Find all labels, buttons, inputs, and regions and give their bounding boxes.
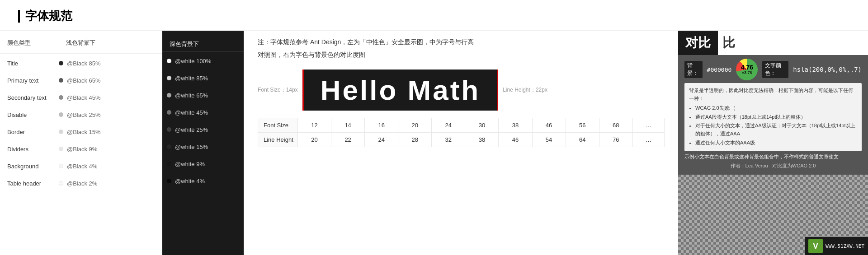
font-preview-area: Font Size：14px Hello Math Line Height：22… (258, 70, 665, 111)
table-row: Secondary text @Black 45% (0, 89, 162, 106)
contrast-label-duibi: 对比 (678, 31, 718, 55)
font-size-cell: … (632, 118, 664, 132)
color-table: 颜色类型 浅色背景下 Title @Black 85% Primary text… (0, 31, 244, 255)
line-height-cell: 64 (566, 132, 599, 147)
page-title: 字体规范 (25, 8, 72, 24)
preview-text: Hello Math (321, 74, 480, 106)
line-height-cell: 24 (365, 132, 398, 147)
line-height-cell: 76 (599, 132, 632, 147)
color-dot-light (59, 95, 63, 100)
font-size-cell: 38 (499, 118, 532, 132)
author-line: 作者：Lea Verou · 对比度为WCAG 2.0 (684, 161, 862, 171)
row-label: Dividers (5, 146, 59, 153)
main-content: 颜色类型 浅色背景下 Title @Black 85% Primary text… (0, 31, 868, 255)
font-size-cell: 30 (465, 118, 499, 132)
contrast-info-title: 背景是半透明的，因此对比度无法精确，根据下面的内容，可能是以下任何一种： (689, 87, 857, 102)
table-row: Title @Black 85% (0, 55, 162, 72)
color-dot-light (59, 78, 63, 83)
font-size-cell: 12 (298, 118, 331, 132)
color-value-dark: @white 4% (175, 178, 205, 185)
col-header-light: 浅色背景下 (59, 35, 103, 51)
font-size-cell: 20 (398, 118, 432, 132)
table-row: Primary text @Black 65% (0, 72, 162, 89)
color-value-light: @Black 15% (67, 129, 101, 135)
table-row-dark: @white 85% (162, 70, 244, 87)
table-row: Dividers @Black 9% (0, 140, 162, 158)
color-dot-dark (167, 179, 171, 183)
table-row: Table header @Black 2% (0, 175, 162, 192)
table-row-dark: @white 100% (162, 52, 244, 70)
contrast-bullets: WCAG 2.0失败:（通过AA段得大文本（18pt以上或14pt以上的粗体）对… (689, 104, 857, 147)
contrast-inner: 背景： #000000 4.76 ±3.76 文字颜色： hsla(200,0%… (678, 55, 868, 175)
color-value-dark: @white 9% (175, 161, 205, 167)
bg-label: 背景： (684, 61, 703, 78)
color-value-dark: @white 85% (175, 75, 208, 82)
bg-hex: #000000 (707, 66, 732, 73)
table-row-dark: @white 9% (162, 155, 244, 172)
light-color-rows: Title @Black 85% Primary text @Black 65%… (0, 55, 162, 192)
color-dot-dark (167, 110, 171, 115)
color-dot-dark (167, 76, 171, 80)
col-header-dark: 深色背景下 (162, 35, 244, 51)
color-value-light: @Black 25% (67, 111, 101, 118)
table-row-dark: @white 15% (162, 138, 244, 155)
contrast-bullet: WCAG 2.0失败:（ (695, 104, 857, 112)
color-dot-light (59, 164, 63, 168)
line-height-label-cell: Line Height (258, 132, 298, 147)
row-label: Secondary text (5, 94, 59, 101)
color-value-light: @Black 4% (67, 163, 97, 170)
font-note-line1: 注：字体规范参考 Ant Design，左为「中性色」安全显示图，中为字号与行高 (258, 37, 665, 48)
row-label: Background (5, 163, 59, 170)
color-dot-light (59, 181, 63, 185)
watermark-area: V WWW.51ZXW.NET (805, 237, 868, 255)
contrast-bullet: 通过AA段得大文本（18pt以上或14pt以上的粗体） (695, 113, 857, 121)
watermark-site: WWW.51ZXW.NET (826, 243, 864, 249)
color-dot-light (59, 147, 63, 151)
contrast-score-sub: ±3.76 (742, 70, 752, 75)
color-value-light: @Black 45% (67, 94, 101, 101)
contrast-hint: 示例小文本在白色背景或这种背景色组合中，不作样式的普通文章使文 (684, 153, 862, 161)
font-note-line2: 对照图，右为字色与背景色的对比度图 (258, 50, 665, 60)
color-value-light: @Black 2% (67, 180, 97, 187)
font-size-cell: 14 (331, 118, 365, 132)
contrast-score-number: 4.76 (741, 64, 753, 70)
row-label: Primary text (5, 77, 59, 84)
color-dot-dark (167, 144, 171, 149)
line-height-cell: 46 (499, 132, 532, 147)
color-dot-light (59, 130, 63, 134)
line-height-cell: … (632, 132, 664, 147)
line-height-cell: 28 (398, 132, 432, 147)
font-size-cell: 24 (432, 118, 465, 132)
font-size-cell: 56 (566, 118, 599, 132)
color-dot-dark (167, 162, 171, 166)
contrast-color-row: 背景： #000000 4.76 ±3.76 文字颜色： hsla(200,0%… (684, 59, 862, 80)
table-row: Border @Black 15% (0, 123, 162, 140)
row-label: Disable (5, 111, 59, 118)
color-hsla: hsla(200,0%,0%,.7) (793, 66, 862, 73)
color-text-label: 文字颜色： (762, 61, 788, 78)
row-label: Title (5, 60, 59, 67)
line-height-cell: 22 (331, 132, 365, 147)
table-row-dark: @white 25% (162, 121, 244, 138)
line-height-label: Line Height：22px (498, 86, 547, 94)
color-value-dark: @white 45% (175, 109, 208, 116)
line-height-row: Line Height20222428323846546476… (258, 132, 665, 147)
color-dot-dark (167, 59, 171, 63)
contrast-panel: 对比 比 背景： #000000 4.76 ±3.76 文字颜色： hsla(2… (678, 31, 868, 255)
page-header: 字体规范 (0, 0, 868, 31)
row-label: Border (5, 129, 59, 135)
font-demo-section: 注：字体规范参考 Ant Design，左为「中性色」安全显示图，中为字号与行高… (244, 31, 678, 255)
font-note: 注：字体规范参考 Ant Design，左为「中性色」安全显示图，中为字号与行高… (258, 37, 665, 62)
color-value-light: @Black 85% (67, 60, 101, 67)
font-size-cell: 46 (532, 118, 566, 132)
contrast-bullet: 对于任何大小的文本，通过AA级认证；对于大文本（18pt以上或14pt以上的粗体… (695, 122, 857, 138)
color-value-dark: @white 15% (175, 144, 208, 150)
line-height-cell: 54 (532, 132, 566, 147)
contrast-bullet: 通过任何大小文本的AAA级 (695, 139, 857, 147)
color-dot-light (59, 61, 63, 65)
line-height-cell: 32 (432, 132, 465, 147)
table-row-dark: @white 65% (162, 87, 244, 104)
color-table-dark: 深色背景下 @white 100% @white 85% @white 65% … (162, 31, 244, 255)
table-row-dark: @white 45% (162, 104, 244, 121)
line-height-cell: 38 (465, 132, 499, 147)
